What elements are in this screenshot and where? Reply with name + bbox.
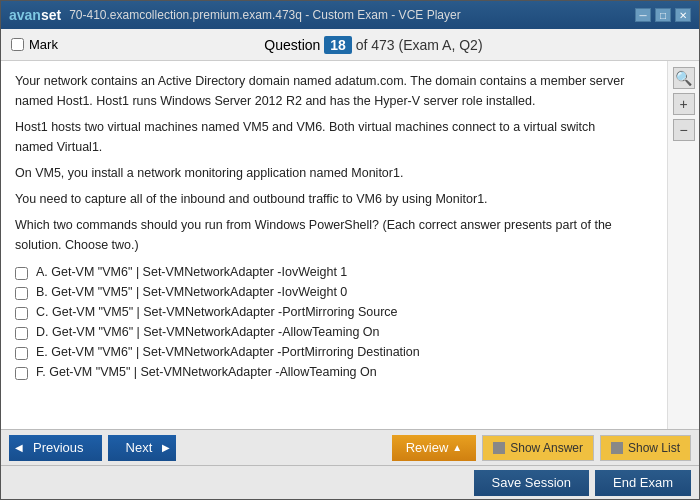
option-d-label: D. Get-VM "VM6" | Set-VMNetworkAdapter -…	[36, 325, 380, 339]
question-para-2: Host1 hosts two virtual machines named V…	[15, 117, 627, 157]
session-bar: Save Session End Exam	[1, 465, 699, 499]
option-a-checkbox[interactable]	[15, 267, 28, 280]
list-item[interactable]: C. Get-VM "VM5" | Set-VMNetworkAdapter -…	[15, 305, 627, 320]
option-a-label: A. Get-VM "VM6" | Set-VMNetworkAdapter -…	[36, 265, 347, 279]
mark-checkbox[interactable]: Mark	[11, 37, 58, 52]
main-content: Your network contains an Active Director…	[1, 61, 667, 429]
question-number: 18	[324, 36, 352, 54]
options-list: A. Get-VM "VM6" | Set-VMNetworkAdapter -…	[15, 265, 627, 380]
question-text: Your network contains an Active Director…	[15, 71, 627, 255]
question-para-1: Your network contains an Active Director…	[15, 71, 627, 111]
app-logo: avanset	[9, 7, 61, 23]
title-bar: avanset 70-410.examcollection.premium.ex…	[1, 1, 699, 29]
list-item[interactable]: E. Get-VM "VM6" | Set-VMNetworkAdapter -…	[15, 345, 627, 360]
show-answer-icon	[493, 442, 505, 454]
option-f-label: F. Get-VM "VM5" | Set-VMNetworkAdapter -…	[36, 365, 377, 379]
save-session-button[interactable]: Save Session	[474, 470, 590, 496]
minimize-button[interactable]: ─	[635, 8, 651, 22]
question-info: Question 18 of 473 (Exam A, Q2)	[264, 37, 482, 53]
toolbar: Mark Question 18 of 473 (Exam A, Q2)	[1, 29, 699, 61]
question-para-3: On VM5, you install a network monitoring…	[15, 163, 627, 183]
content-wrapper: Your network contains an Active Director…	[1, 61, 699, 429]
option-e-label: E. Get-VM "VM6" | Set-VMNetworkAdapter -…	[36, 345, 420, 359]
option-c-label: C. Get-VM "VM5" | Set-VMNetworkAdapter -…	[36, 305, 398, 319]
question-para-5: Which two commands should you run from W…	[15, 215, 627, 255]
show-answer-button[interactable]: Show Answer	[482, 435, 594, 461]
next-button[interactable]: Next	[108, 435, 177, 461]
option-d-checkbox[interactable]	[15, 327, 28, 340]
previous-button[interactable]: Previous	[9, 435, 102, 461]
list-item[interactable]: D. Get-VM "VM6" | Set-VMNetworkAdapter -…	[15, 325, 627, 340]
zoom-out-button[interactable]: −	[673, 119, 695, 141]
option-b-checkbox[interactable]	[15, 287, 28, 300]
show-list-icon	[611, 442, 623, 454]
list-item[interactable]: A. Get-VM "VM6" | Set-VMNetworkAdapter -…	[15, 265, 627, 280]
question-total: of 473 (Exam A, Q2)	[356, 37, 483, 53]
question-para-4: You need to capture all of the inbound a…	[15, 189, 627, 209]
title-bar-left: avanset 70-410.examcollection.premium.ex…	[9, 7, 461, 23]
review-button[interactable]: Review	[392, 435, 477, 461]
mark-label: Mark	[29, 37, 58, 52]
question-label: Question	[264, 37, 320, 53]
show-list-button[interactable]: Show List	[600, 435, 691, 461]
app-window: avanset 70-410.examcollection.premium.ex…	[0, 0, 700, 500]
zoom-in-button[interactable]: +	[673, 93, 695, 115]
option-c-checkbox[interactable]	[15, 307, 28, 320]
close-button[interactable]: ✕	[675, 8, 691, 22]
window-controls: ─ □ ✕	[635, 8, 691, 22]
mark-input[interactable]	[11, 38, 24, 51]
option-f-checkbox[interactable]	[15, 367, 28, 380]
option-b-label: B. Get-VM "VM5" | Set-VMNetworkAdapter -…	[36, 285, 347, 299]
search-button[interactable]: 🔍	[673, 67, 695, 89]
end-exam-button[interactable]: End Exam	[595, 470, 691, 496]
navigation-bar: Previous Next Review Show Answer Show Li…	[1, 429, 699, 465]
right-tools: 🔍 + −	[667, 61, 699, 429]
list-item[interactable]: B. Get-VM "VM5" | Set-VMNetworkAdapter -…	[15, 285, 627, 300]
window-title: 70-410.examcollection.premium.exam.473q …	[69, 8, 461, 22]
option-e-checkbox[interactable]	[15, 347, 28, 360]
maximize-button[interactable]: □	[655, 8, 671, 22]
list-item[interactable]: F. Get-VM "VM5" | Set-VMNetworkAdapter -…	[15, 365, 627, 380]
